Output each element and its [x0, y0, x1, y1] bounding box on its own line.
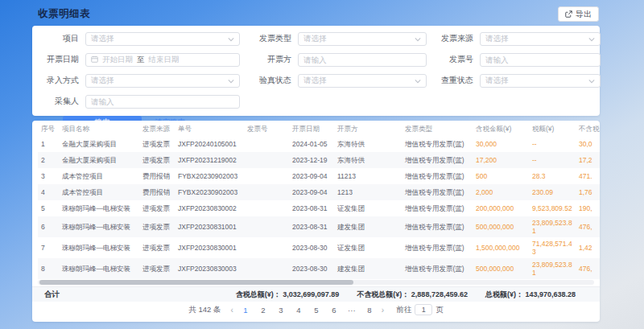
- chevron-down-icon: [415, 76, 421, 85]
- export-icon: [565, 10, 572, 18]
- cell: 增值税专用发票(蓝): [402, 202, 473, 215]
- cell: FYBX20230902003: [175, 186, 244, 199]
- chevron-down-icon: [588, 76, 595, 85]
- cell: 230.09: [529, 186, 576, 199]
- page-button-8[interactable]: 8: [365, 306, 374, 315]
- cell: 进项发票: [139, 202, 175, 215]
- project-select[interactable]: 请选择: [85, 32, 240, 46]
- column-header-1: 项目名称: [59, 123, 139, 136]
- invoice-type-select[interactable]: 请选择: [298, 32, 427, 46]
- filter-collector: 采集人: [39, 95, 240, 109]
- invoice-source-select[interactable]: 请选择: [480, 32, 601, 46]
- column-header-5: 开票日期: [289, 123, 334, 136]
- summary-item: 不含税总额(¥)： 2,888,728,459.62: [357, 290, 468, 300]
- cell: 2023-08-30: [289, 241, 334, 254]
- cell: 2023-08-30: [289, 262, 334, 275]
- summary-row: 合计 含税总额(¥)： 3,032,699,097.89不含税总额(¥)： 2,…: [32, 286, 600, 302]
- cell: 建发集团: [334, 220, 402, 233]
- cell: 23,809,523.81: [529, 216, 576, 237]
- select-placeholder: 请选择: [485, 34, 509, 44]
- filter-panel: 项目 请选择 发票类型 请选择 发票来源 请选择 开票日期: [32, 26, 600, 116]
- issuer-input-box: [298, 53, 427, 67]
- cell: JXFP20230831001: [175, 220, 244, 233]
- cell: 17,2: [576, 154, 600, 167]
- filter-verify-status: 验真状态 请选择: [240, 74, 427, 88]
- cell: 东海特供: [334, 154, 402, 167]
- invoice-date-range-picker[interactable]: 开始日期 至 结束日期: [85, 53, 240, 67]
- issuer-input[interactable]: [303, 56, 421, 64]
- goto-page-input[interactable]: [415, 304, 432, 315]
- chevron-down-icon: [588, 35, 595, 43]
- filter-invoice-type: 发票类型 请选择: [240, 32, 427, 46]
- filter-label: 录入方式: [39, 75, 85, 86]
- cell: 东海特供: [334, 138, 402, 150]
- filter-invoice-source: 发票来源 请选择: [427, 32, 601, 46]
- cell: 11213: [334, 170, 402, 183]
- pagination-total: 共 142 条: [188, 305, 221, 315]
- column-header-2: 发票来源: [139, 123, 175, 136]
- page-number-list: 123456···8: [241, 306, 374, 315]
- table-row: 2金融大厦采购项目进项发票JXFP202312190022023-12-19东海…: [38, 152, 600, 168]
- cell: 4: [38, 186, 59, 199]
- export-button[interactable]: 导出: [558, 6, 599, 22]
- column-header-0: 序号: [38, 123, 59, 136]
- column-header-4: 发票号: [244, 123, 289, 136]
- cell: 增值税专用发票(蓝): [402, 186, 473, 199]
- table-row: 8珠穆朗玛峰—电梯安装进项发票JXFP202308300032023-08-30…: [38, 258, 600, 279]
- table-row: 1金融大厦采购项目进项发票JXFP202401050012024-01-05东海…: [38, 136, 600, 152]
- page-button-4[interactable]: 4: [294, 306, 303, 315]
- cell: 200,000,000: [473, 202, 529, 215]
- page-button-3[interactable]: 3: [276, 306, 286, 315]
- invoice-no-input[interactable]: [485, 56, 595, 64]
- summary-items: 含税总额(¥)： 3,032,699,097.89不含税总额(¥)： 2,888…: [236, 290, 576, 300]
- cell: 71,428,571.43: [529, 237, 576, 258]
- dup-status-select[interactable]: 请选择: [480, 74, 601, 88]
- filter-dup-status: 查重状态 请选择: [427, 74, 601, 88]
- cell: 珠穆朗玛峰—电梯安装: [59, 262, 139, 275]
- cell: 1,500,000,000: [473, 241, 529, 254]
- cell: 增值税专用发票(蓝): [402, 241, 473, 254]
- cell: 2023-09-04: [289, 186, 334, 199]
- verify-status-select[interactable]: 请选择: [298, 74, 427, 88]
- cell: 成本管控项目: [59, 170, 139, 183]
- filter-label: 采集人: [39, 96, 85, 107]
- cell: 30,0: [576, 138, 600, 150]
- cell: 金融大厦采购项目: [59, 154, 139, 167]
- cell: [244, 158, 289, 162]
- cell: 增值税专用发票(蓝): [402, 138, 473, 150]
- cell: 建发集团: [334, 262, 402, 275]
- cell: --: [529, 154, 576, 167]
- horizontal-scrollbar-thumb[interactable]: [39, 280, 353, 285]
- filter-invoice-date: 开票日期 开始日期 至 结束日期: [39, 53, 240, 67]
- cell: 证发集团: [334, 202, 402, 215]
- cell: JXFP20231219002: [175, 154, 244, 167]
- filter-label: 项目: [39, 33, 85, 44]
- page-button-2[interactable]: 2: [258, 306, 268, 315]
- select-placeholder: 请选择: [91, 76, 114, 86]
- cell: 8: [38, 262, 59, 275]
- cell: 进项发票: [139, 220, 175, 233]
- filter-entry-method: 录入方式 请选择: [39, 74, 240, 88]
- cell: 珠穆朗玛峰—电梯安装: [59, 220, 139, 233]
- chevron-down-icon: [415, 35, 421, 43]
- entry-method-select[interactable]: 请选择: [85, 74, 240, 88]
- cell: 5: [38, 202, 59, 215]
- filter-label: 查重状态: [427, 75, 480, 86]
- cell: 进项发票: [139, 138, 175, 150]
- column-header-7: 发票类型: [402, 123, 473, 136]
- column-header-8: 含税金额(¥): [473, 123, 529, 136]
- next-page-button[interactable]: ›: [380, 306, 386, 315]
- table-row: 7珠穆朗玛峰—电梯安装进项发票JXFP202308300012023-08-30…: [38, 237, 600, 258]
- prev-page-button[interactable]: ‹: [229, 306, 234, 315]
- filter-invoice-no: 发票号: [427, 53, 601, 67]
- select-placeholder: 请选择: [303, 76, 327, 86]
- page-button-1[interactable]: 1: [241, 306, 250, 315]
- page-button-6[interactable]: 6: [329, 306, 339, 315]
- page-button-5[interactable]: 5: [312, 306, 321, 315]
- cell: 进项发票: [139, 154, 175, 167]
- collector-input-box: [85, 95, 240, 109]
- collector-input[interactable]: [91, 97, 234, 106]
- column-header-3: 单号: [175, 123, 244, 136]
- cell: 成本管控项目: [59, 186, 139, 199]
- table-row: 5珠穆朗玛峰—电梯安装进项发票JXFP202308300022023-08-31…: [38, 200, 600, 216]
